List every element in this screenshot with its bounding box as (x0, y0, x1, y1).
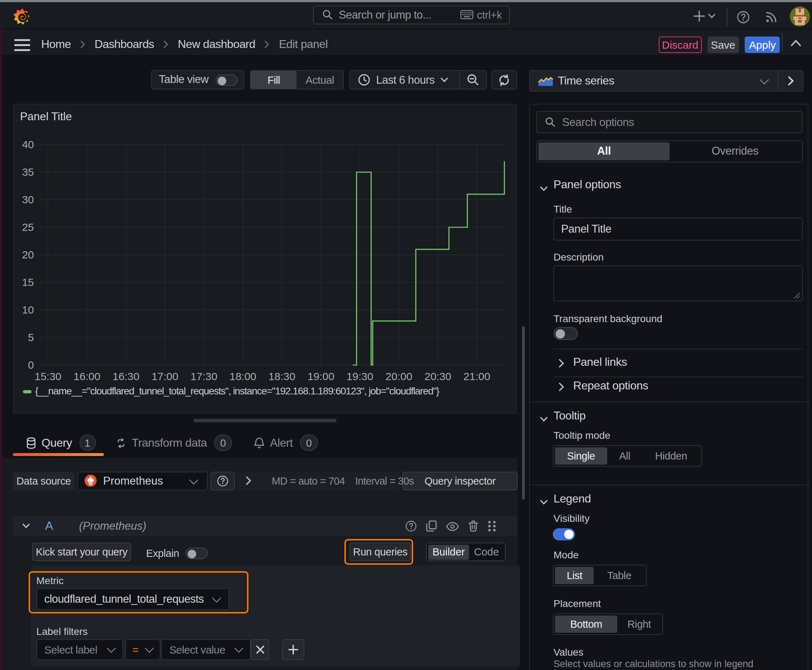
svg-text:19:30: 19:30 (347, 370, 373, 382)
svg-text:18:30: 18:30 (268, 370, 295, 382)
svg-text:10: 10 (22, 303, 34, 315)
svg-text:20:30: 20:30 (424, 370, 451, 382)
svg-text:5: 5 (28, 331, 34, 343)
svg-text:17:30: 17:30 (190, 370, 217, 382)
svg-text:16:30: 16:30 (112, 370, 139, 382)
svg-text:40: 40 (22, 138, 34, 150)
svg-text:15: 15 (22, 276, 34, 288)
svg-text:20:00: 20:00 (386, 370, 412, 382)
svg-text:25: 25 (22, 221, 34, 233)
svg-text:15:30: 15:30 (34, 370, 61, 382)
svg-text:35: 35 (22, 166, 34, 178)
svg-text:30: 30 (22, 193, 34, 205)
svg-text:20: 20 (22, 249, 34, 260)
svg-text:{__name__="cloudflared_tunnel_: {__name__="cloudflared_tunnel_total_requ… (35, 385, 439, 396)
svg-text:16:00: 16:00 (73, 370, 100, 382)
svg-text:0: 0 (28, 359, 34, 371)
svg-text:21:00: 21:00 (463, 370, 490, 382)
svg-text:18:00: 18:00 (229, 370, 256, 382)
svg-text:17:00: 17:00 (151, 370, 178, 382)
svg-text:19:00: 19:00 (308, 370, 334, 382)
